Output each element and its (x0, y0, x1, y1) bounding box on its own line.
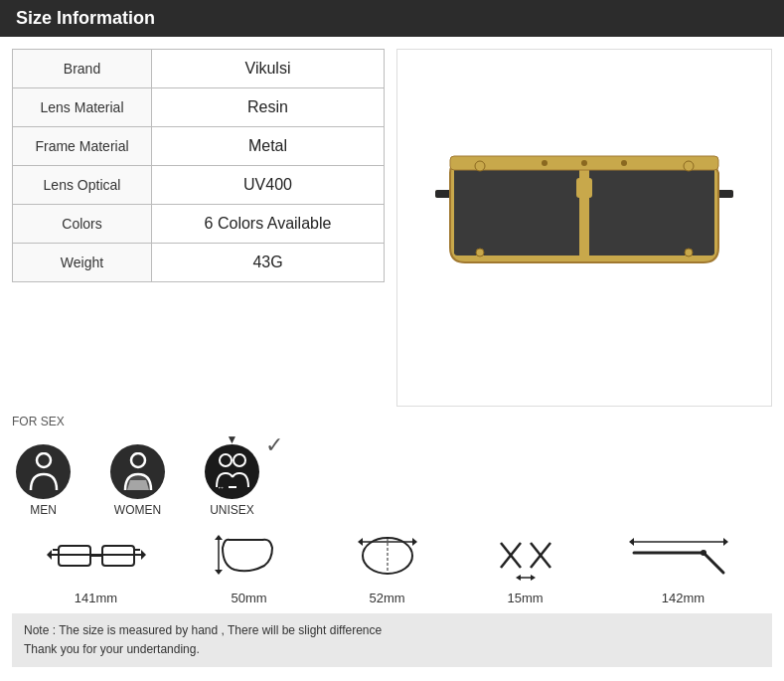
table-label: Lens Material (13, 88, 152, 127)
svg-marker-43 (723, 538, 728, 546)
table-label: Lens Optical (13, 166, 152, 205)
men-label: MEN (30, 503, 57, 517)
svg-point-6 (475, 161, 485, 171)
table-row: Weight43G (13, 244, 385, 282)
lens-width-icon (353, 528, 422, 583)
svg-rect-3 (717, 190, 733, 198)
women-icon (121, 452, 155, 492)
svg-point-13 (37, 453, 51, 467)
measure-icon-142 (629, 525, 738, 585)
men-icon-wrapper (16, 444, 71, 499)
table-value: Resin (152, 88, 385, 127)
svg-marker-28 (215, 570, 223, 575)
measure-icon-141 (47, 525, 146, 585)
measure-label-50: 50mm (231, 591, 266, 605)
checkmark: ✓ (265, 432, 283, 458)
svg-point-7 (684, 161, 694, 171)
svg-rect-4 (576, 178, 592, 198)
note-line2: Thank you for your undertanding. (24, 640, 760, 659)
svg-text:↔: ↔ (217, 483, 225, 492)
table-value: Metal (152, 127, 385, 166)
svg-point-14 (131, 453, 145, 467)
product-image-container (396, 49, 772, 407)
measure-label-141: 141mm (75, 591, 117, 605)
measure-icon-52 (353, 525, 422, 585)
table-row: Colors6 Colors Available (13, 205, 385, 244)
svg-point-9 (685, 249, 693, 256)
women-label: WOMEN (114, 503, 161, 517)
note-line1: Note : The size is measured by hand , Th… (24, 621, 760, 640)
sex-row: MEN WOMEN ▼ (12, 432, 772, 517)
note-section: Note : The size is measured by hand , Th… (12, 613, 772, 667)
svg-marker-31 (358, 538, 363, 546)
table-label: Frame Material (13, 127, 152, 166)
for-sex-section: FOR SEX MEN (0, 407, 784, 521)
unisex-icon-wrapper: ↔ (205, 444, 259, 499)
svg-point-12 (621, 160, 627, 166)
measure-item-50: 50mm (215, 525, 284, 605)
measure-label-52: 52mm (369, 591, 404, 605)
info-table: BrandVikulsiLens MaterialResinFrame Mate… (12, 49, 385, 407)
svg-point-15 (220, 454, 232, 466)
svg-point-16 (234, 454, 245, 466)
table-value: 6 Colors Available (152, 205, 385, 244)
sex-item-men[interactable]: MEN (16, 444, 71, 517)
svg-marker-19 (47, 550, 52, 560)
table-row: Frame MaterialMetal (13, 127, 385, 166)
page-title: Size Information (16, 8, 155, 28)
svg-marker-42 (629, 538, 634, 546)
bridge-icon (491, 528, 560, 583)
table-label: Weight (13, 244, 152, 282)
svg-point-8 (476, 249, 484, 256)
measure-item-142: 142mm (629, 525, 738, 605)
measurements-section: 141mm 50mm (0, 521, 784, 609)
temple-icon (629, 528, 738, 583)
measure-label-142: 142mm (662, 591, 705, 605)
table-row: Lens MaterialResin (13, 88, 385, 127)
sex-item-unisex[interactable]: ▼ ↔ UNISEX (205, 432, 259, 517)
women-icon-wrapper (110, 444, 165, 499)
measure-icon-15 (491, 525, 560, 585)
table-label: Colors (13, 205, 152, 244)
svg-marker-32 (412, 538, 417, 546)
measure-icon-50 (215, 525, 284, 585)
specs-table: BrandVikulsiLens MaterialResinFrame Mate… (12, 49, 385, 282)
product-image (425, 118, 743, 337)
full-width-icon (47, 528, 146, 583)
sex-item-women[interactable]: WOMEN (110, 444, 165, 517)
sex-icons: MEN WOMEN ▼ (12, 432, 259, 517)
measure-label-15: 15mm (507, 591, 543, 605)
measure-item-15: 15mm (491, 525, 560, 605)
table-value: Vikulsi (152, 50, 385, 88)
table-label: Brand (13, 50, 152, 88)
men-icon (27, 452, 61, 492)
svg-point-44 (701, 550, 706, 556)
table-value: 43G (152, 244, 385, 282)
table-row: Lens OpticalUV400 (13, 166, 385, 205)
unisex-label: UNISEX (210, 503, 254, 517)
svg-marker-39 (516, 575, 521, 581)
svg-point-11 (581, 160, 587, 166)
svg-marker-20 (141, 550, 146, 560)
svg-marker-27 (215, 535, 223, 540)
for-sex-label: FOR SEX (12, 415, 772, 428)
page-header: Size Information (0, 0, 784, 37)
table-value: UV400 (152, 166, 385, 205)
table-row: BrandVikulsi (13, 50, 385, 88)
lens-height-icon (215, 528, 284, 583)
main-content: BrandVikulsiLens MaterialResinFrame Mate… (0, 37, 784, 407)
unisex-icon: ↔ (213, 452, 252, 492)
measure-item-52: 52mm (353, 525, 422, 605)
measure-item-141: 141mm (47, 525, 146, 605)
svg-point-10 (542, 160, 548, 166)
svg-rect-2 (435, 190, 451, 198)
svg-marker-40 (531, 575, 536, 581)
